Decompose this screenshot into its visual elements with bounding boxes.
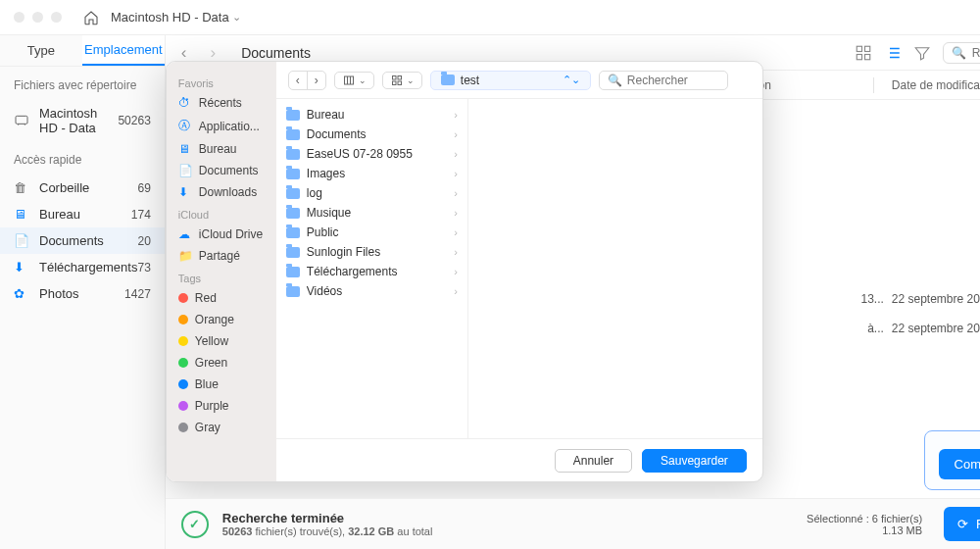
save-button[interactable]: Sauvegarder — [642, 449, 747, 473]
traffic-lights[interactable] — [14, 12, 62, 23]
dialog-tag-item[interactable]: Gray — [167, 417, 276, 438]
page-title: Documents — [241, 45, 311, 61]
dialog-folder-item[interactable]: log› — [276, 183, 467, 203]
sidebar-item-volume[interactable]: Macintosh HD - Data 50263 — [0, 100, 165, 141]
disk-icon — [14, 113, 29, 128]
dialog-fav-item[interactable]: ⒶApplicatio... — [167, 114, 276, 138]
sidebar-item-téléchargements[interactable]: ⬇Téléchargements73 — [0, 254, 165, 280]
dialog-fav-item[interactable]: 🖥Bureau — [167, 138, 276, 160]
row-created-tail: à... — [860, 322, 892, 335]
table-row[interactable]: à...22 septembre 2022 à 3:... — [843, 316, 980, 341]
folder-label: Bureau — [307, 108, 345, 122]
svg-rect-7 — [398, 75, 402, 79]
fav-icon: ⏱ — [178, 96, 192, 110]
refresh-icon: ⟳ — [957, 517, 968, 531]
sidebar-heading-repo: Fichiers avec répertoire — [0, 67, 165, 100]
dialog-icloud-item[interactable]: 📁Partagé — [167, 245, 276, 267]
fav-icon: Ⓐ — [178, 118, 192, 134]
chevron-down-icon[interactable]: ⌄ — [232, 11, 241, 24]
sidebar-item-photos[interactable]: ✿Photos1427 — [0, 280, 165, 307]
search-icon: 🔍 — [608, 74, 622, 87]
dialog-fav-item[interactable]: ⬇Downloads — [167, 181, 276, 203]
folder-label: Public — [307, 225, 339, 239]
dialog-folder-item[interactable]: Images› — [276, 164, 467, 183]
folder-icon — [286, 227, 300, 238]
dialog-folder-item[interactable]: Sunlogin Files› — [276, 242, 467, 262]
row-modified: 22 septembre 2022 à 4:... — [892, 292, 980, 306]
folder-label: Sunlogin Files — [307, 245, 380, 259]
filter-icon[interactable] — [913, 44, 931, 62]
sidebar-item-corbeille[interactable]: 🗑Corbeille69 — [0, 175, 165, 201]
dialog-fav-item[interactable]: 📄Documents — [167, 160, 276, 181]
nav-icon: ✿ — [14, 286, 29, 301]
dialog-tag-item[interactable]: Red — [167, 287, 276, 309]
dialog-icloud-item[interactable]: ☁iCloud Drive — [167, 224, 276, 245]
tag-dot-icon — [178, 315, 188, 324]
dialog-search-field[interactable] — [627, 74, 719, 87]
dialog-view-group[interactable]: ⌄ — [382, 72, 422, 89]
svg-rect-4 — [864, 54, 869, 59]
chevron-right-icon: › — [454, 226, 458, 238]
chevron-right-icon: › — [454, 187, 458, 199]
dialog-folder-item[interactable]: Bureau› — [276, 105, 467, 125]
save-dialog: Favoris ⏱RécentsⒶApplicatio...🖥Bureau📄Do… — [166, 61, 763, 482]
dialog-search-input[interactable]: 🔍 — [599, 71, 728, 90]
sidebar-item-count: 20 — [137, 234, 150, 248]
sidebar-item-bureau[interactable]: 🖥Bureau174 — [0, 201, 165, 227]
tag-dot-icon — [178, 401, 188, 411]
tag-label: Blue — [195, 377, 219, 391]
search-input[interactable]: 🔍 — [943, 42, 980, 64]
dialog-tag-item[interactable]: Orange — [167, 309, 276, 330]
tag-dot-icon — [178, 423, 188, 432]
tab-type[interactable]: Type — [0, 35, 82, 66]
grid-view-icon[interactable] — [855, 44, 872, 62]
dialog-folder-item[interactable]: Vidéos› — [276, 281, 467, 301]
folder-icon — [286, 129, 300, 140]
svg-rect-1 — [857, 46, 861, 51]
nav-icon: 🗑 — [14, 180, 29, 195]
dialog-view-columns[interactable]: ⌄ — [334, 72, 374, 89]
status-detail: 50263 fichier(s) trouvé(s), 32.12 GB au … — [222, 525, 793, 537]
tag-dot-icon — [178, 358, 188, 368]
dialog-folder-item[interactable]: Public› — [276, 223, 467, 242]
how-to-button[interactable]: Comment faire — [939, 449, 980, 479]
dialog-group-icloud: iCloud — [167, 203, 276, 224]
dialog-tag-item[interactable]: Yellow — [167, 330, 276, 352]
tab-location[interactable]: Emplacement — [82, 35, 165, 66]
fav-label: Documents — [199, 164, 259, 177]
search-field[interactable] — [972, 46, 980, 60]
list-view-icon[interactable] — [884, 44, 902, 62]
dialog-fav-item[interactable]: ⏱Récents — [167, 92, 276, 114]
recover-button[interactable]: ⟳ Récupérer — [944, 507, 980, 541]
dialog-tag-item[interactable]: Blue — [167, 374, 276, 395]
fav-label: Récents — [199, 96, 242, 110]
sidebar-item-label: Corbeille — [39, 180, 89, 195]
folder-icon — [286, 247, 300, 258]
dialog-folder-item[interactable]: Téléchargements› — [276, 262, 467, 281]
fav-icon: 🖥 — [178, 142, 192, 156]
cancel-button[interactable]: Annuler — [555, 449, 632, 473]
sidebar-item-documents[interactable]: 📄Documents20 — [0, 227, 165, 254]
chevron-right-icon: › — [454, 266, 458, 277]
row-created-tail: 13... — [860, 292, 892, 306]
fav-icon: 📄 — [178, 164, 192, 177]
dialog-path-selector[interactable]: test ⌃⌄ — [430, 71, 591, 90]
dialog-tag-item[interactable]: Purple — [167, 395, 276, 417]
nav-icon: 📄 — [14, 233, 29, 248]
dialog-preview-column — [468, 99, 762, 438]
dialog-sidebar: Favoris ⏱RécentsⒶApplicatio...🖥Bureau📄Do… — [167, 62, 276, 481]
dialog-folder-column: Bureau›Documents›EaseUS 07-28 0955›Image… — [276, 99, 468, 438]
dialog-tag-item[interactable]: Green — [167, 352, 276, 374]
folder-label: EaseUS 07-28 0955 — [307, 147, 413, 161]
dialog-folder-item[interactable]: Documents› — [276, 125, 467, 144]
location-label[interactable]: Macintosh HD - Data — [111, 10, 229, 25]
icloud-label: iCloud Drive — [199, 227, 263, 241]
col-modified[interactable]: Date de modification — [892, 78, 980, 92]
table-row[interactable]: 13...22 septembre 2022 à 4:... — [843, 286, 980, 312]
dialog-folder-item[interactable]: Musique› — [276, 203, 467, 223]
help-popup: ✕ Comment faire — [924, 430, 980, 490]
folder-label: Images — [307, 167, 345, 180]
chevron-right-icon: › — [454, 246, 458, 258]
dialog-nav-buttons[interactable]: ‹› — [288, 71, 326, 90]
dialog-folder-item[interactable]: EaseUS 07-28 0955› — [276, 144, 467, 164]
